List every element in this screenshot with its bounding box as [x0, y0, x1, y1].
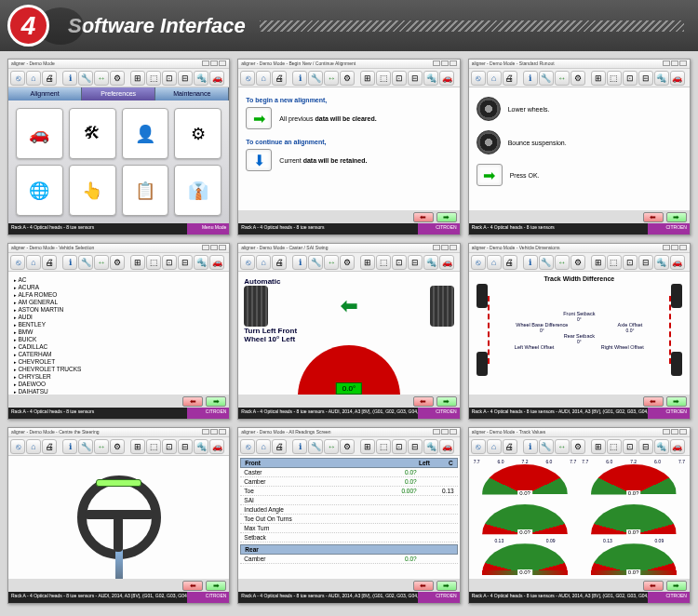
forward-button[interactable]: ➡ [666, 396, 687, 407]
toolbar-button[interactable]: ⊞ [360, 255, 375, 270]
back-button[interactable]: ⬅ [413, 581, 434, 591]
vehicle-item[interactable]: DAEWOO [12, 380, 225, 387]
toolbar-button[interactable]: ⚙ [110, 255, 125, 270]
toolbar-button[interactable]: 🔧 [539, 71, 554, 86]
toolbar-button[interactable]: ⊟ [178, 71, 193, 86]
toolbar-button[interactable]: 🚗 [439, 71, 454, 86]
toolbar-button[interactable]: ⊡ [392, 439, 407, 454]
toolbar-button[interactable]: ⊟ [408, 439, 423, 454]
toolbar-button[interactable]: ⊟ [638, 255, 653, 270]
toolbar-button[interactable]: ℹ [62, 71, 77, 86]
vehicle-item[interactable]: AUDI [12, 313, 225, 320]
toolbar-button[interactable]: ⊟ [408, 255, 423, 270]
toolbar-button[interactable]: ⬚ [607, 255, 622, 270]
window-controls[interactable] [663, 245, 687, 251]
back-button[interactable]: ⬅ [182, 396, 203, 407]
toolbar-button[interactable]: ⬚ [146, 71, 161, 86]
vehicle-item[interactable]: CHRYSLER [12, 372, 225, 380]
toolbar-button[interactable]: ⚙ [570, 255, 585, 270]
toolbar-button[interactable]: ↔ [555, 255, 570, 270]
app-icon[interactable]: 📋 [122, 165, 169, 216]
toolbar-button[interactable]: 🚗 [209, 439, 224, 454]
toolbar-button[interactable]: 🔩 [654, 71, 669, 86]
toolbar-button[interactable]: ℹ [292, 255, 307, 270]
toolbar-button[interactable]: ⊞ [360, 439, 375, 454]
toolbar-button[interactable]: ⌂ [26, 71, 41, 86]
toolbar-button[interactable]: 🖨 [272, 255, 287, 270]
toolbar-button[interactable]: ⊞ [360, 71, 375, 86]
back-button[interactable]: ⬅ [643, 396, 664, 407]
toolbar-button[interactable]: ⬚ [607, 439, 622, 454]
toolbar-button[interactable]: ⚙ [340, 255, 355, 270]
continue-button[interactable]: ⬇ [246, 149, 272, 171]
toolbar-button[interactable]: ⊞ [591, 71, 606, 86]
toolbar-button[interactable]: ⊞ [591, 255, 606, 270]
back-button[interactable]: ⬅ [413, 396, 434, 407]
toolbar-button[interactable]: 🔧 [78, 255, 93, 270]
toolbar-button[interactable]: 🚗 [209, 71, 224, 86]
vehicle-item[interactable]: ACURA [12, 283, 225, 290]
toolbar-button[interactable]: 🔩 [654, 439, 669, 454]
toolbar-button[interactable]: ⎋ [471, 439, 486, 454]
toolbar-button[interactable]: ↔ [94, 439, 109, 454]
toolbar-button[interactable]: ⊟ [408, 71, 423, 86]
toolbar-button[interactable]: 🔩 [654, 255, 669, 270]
toolbar-button[interactable]: ↔ [555, 71, 570, 86]
toolbar-button[interactable]: 🚗 [670, 71, 685, 86]
toolbar-button[interactable]: ⚙ [110, 439, 125, 454]
toolbar-button[interactable]: ⚙ [110, 71, 125, 86]
forward-button[interactable]: ➡ [666, 212, 687, 222]
toolbar-button[interactable]: ↔ [324, 255, 339, 270]
window-controls[interactable] [433, 429, 457, 435]
vehicle-item[interactable]: ASTON MARTIN [12, 305, 225, 313]
toolbar-button[interactable]: ⌂ [487, 439, 502, 454]
toolbar-button[interactable]: ⚙ [340, 71, 355, 86]
toolbar-button[interactable]: 🖨 [42, 255, 57, 270]
toolbar-button[interactable]: 🚗 [670, 255, 685, 270]
vehicle-item[interactable]: BENTLEY [12, 320, 225, 328]
forward-button[interactable]: ➡ [436, 581, 457, 591]
toolbar-button[interactable]: 🔧 [539, 439, 554, 454]
toolbar-button[interactable]: 🖨 [42, 439, 57, 454]
toolbar-button[interactable]: ⚙ [570, 439, 585, 454]
toolbar-button[interactable]: 🔩 [194, 439, 208, 454]
window-controls[interactable] [202, 60, 226, 67]
toolbar-button[interactable]: ⊟ [178, 255, 193, 270]
back-button[interactable]: ⬅ [182, 581, 203, 591]
toolbar-button[interactable]: ↔ [555, 439, 570, 454]
toolbar-button[interactable]: ⊡ [623, 71, 638, 86]
toolbar-button[interactable]: 🖨 [272, 439, 287, 454]
toolbar-button[interactable]: ⌂ [26, 439, 41, 454]
app-icon[interactable]: ⚙ [174, 108, 221, 159]
toolbar-button[interactable]: ⊞ [130, 71, 145, 86]
forward-button[interactable]: ➡ [436, 396, 457, 407]
vehicle-item[interactable]: ALFA ROMEO [12, 290, 225, 298]
toolbar-button[interactable]: ⊟ [638, 439, 653, 454]
toolbar-button[interactable]: 🔩 [423, 439, 438, 454]
toolbar-button[interactable]: ⎋ [10, 71, 25, 86]
tab-maintenance[interactable]: Maintenance [155, 87, 229, 100]
toolbar-button[interactable]: ℹ [292, 71, 307, 86]
toolbar-button[interactable]: ⊟ [178, 439, 193, 454]
toolbar-button[interactable]: ⎋ [240, 255, 255, 270]
toolbar-button[interactable]: ↔ [324, 439, 339, 454]
toolbar-button[interactable]: ℹ [523, 255, 538, 270]
tab-preferences[interactable]: Preferences [82, 87, 155, 100]
toolbar-button[interactable]: ⬚ [376, 439, 391, 454]
toolbar-button[interactable]: 🔧 [78, 439, 93, 454]
toolbar-button[interactable]: ⎋ [10, 255, 25, 270]
toolbar-button[interactable]: ⚙ [340, 439, 355, 454]
toolbar-button[interactable]: ⊡ [162, 439, 177, 454]
toolbar-button[interactable]: ⬚ [376, 71, 391, 86]
forward-button[interactable]: ➡ [436, 212, 457, 222]
ok-button[interactable]: ➡ [477, 164, 503, 186]
begin-button[interactable]: ➡ [246, 107, 272, 129]
toolbar-button[interactable]: 🔧 [308, 439, 323, 454]
vehicle-item[interactable]: BUICK [12, 335, 225, 342]
window-controls[interactable] [663, 60, 687, 67]
toolbar-button[interactable]: ⊡ [623, 439, 638, 454]
toolbar-button[interactable]: ℹ [292, 439, 307, 454]
toolbar-button[interactable]: ℹ [62, 439, 77, 454]
toolbar-button[interactable]: 🔧 [308, 255, 323, 270]
vehicle-item[interactable]: DAIHATSU [12, 387, 225, 395]
